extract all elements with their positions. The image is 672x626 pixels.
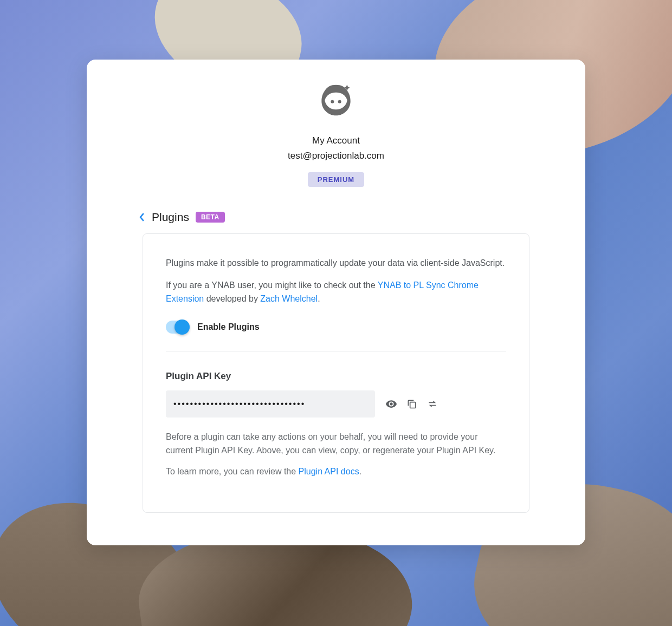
copy-icon (406, 399, 417, 409)
avatar-icon (314, 81, 358, 125)
api-key-help: Before a plugin can take any actions on … (166, 431, 506, 458)
ynab-note: If you are a YNAB user, you might like t… (166, 279, 506, 306)
docs-suffix: . (359, 467, 361, 476)
api-key-input[interactable] (166, 390, 375, 418)
eye-icon (385, 398, 397, 410)
docs-prefix: To learn more, you can review the (166, 467, 299, 476)
premium-badge: PREMIUM (308, 172, 364, 187)
svg-rect-2 (410, 402, 416, 408)
plugins-intro: Plugins make it possible to programmatic… (166, 257, 506, 270)
enable-plugins-toggle[interactable] (166, 321, 190, 334)
back-button[interactable] (139, 213, 145, 221)
section-title: Plugins (152, 211, 189, 224)
copy-key-button[interactable] (405, 397, 418, 410)
ynab-prefix: If you are a YNAB user, you might like t… (166, 281, 378, 290)
regenerate-key-button[interactable] (426, 397, 439, 410)
ynab-suffix: . (318, 294, 320, 303)
api-docs-line: To learn more, you can review the Plugin… (166, 465, 506, 479)
account-title: My Account (312, 135, 360, 146)
refresh-icon (427, 399, 438, 409)
ynab-mid: developed by (204, 294, 260, 303)
ynab-author-link[interactable]: Zach Whelchel (260, 294, 318, 303)
account-email: test@projectionlab.com (288, 151, 384, 161)
divider (166, 351, 506, 351)
account-card: My Account test@projectionlab.com PREMIU… (87, 60, 585, 545)
plugins-panel: Plugins make it possible to programmatic… (143, 233, 529, 513)
chevron-left-icon (139, 213, 145, 221)
plugin-api-docs-link[interactable]: Plugin API docs (299, 467, 359, 476)
enable-plugins-label: Enable Plugins (197, 322, 260, 332)
beta-badge: BETA (196, 212, 225, 223)
reveal-key-button[interactable] (385, 397, 398, 410)
svg-point-0 (331, 100, 334, 103)
api-key-label: Plugin API Key (166, 371, 506, 382)
svg-point-1 (338, 100, 341, 103)
